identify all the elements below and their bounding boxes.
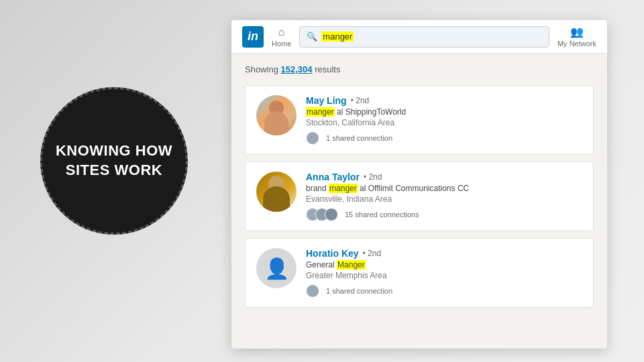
avatar-face [268, 176, 284, 192]
person-location: Stockton, California Area [306, 118, 582, 127]
linkedin-panel: in ⌂ Home 🔍 manger 👥 My Network Showing … [231, 20, 607, 349]
person-location: Evansville, Indiana Area [306, 194, 582, 204]
network-icon: 👥 [570, 25, 584, 38]
shared-count: 1 shared connection [326, 287, 392, 295]
connection-degree: • 2nd [351, 96, 370, 105]
name-line: Anna Taylor • 2nd [306, 172, 582, 182]
title-highlight: manger [329, 184, 358, 193]
avatar-horatio-key: 👤 [256, 248, 297, 288]
search-text: manger [321, 32, 354, 42]
nav-network[interactable]: 👥 My Network [557, 25, 596, 48]
shared-avatars [306, 131, 315, 145]
title-highlight: Manger [337, 260, 366, 269]
results-number: 152,304 [281, 64, 313, 74]
title-pre: brand [306, 184, 329, 193]
result-info-horatio-key: Horatio Key • 2nd General Manger Greater… [306, 248, 582, 298]
shared-connections: 15 shared connections [306, 208, 582, 221]
circle-label: KNOWING HOW SITES WORK [40, 87, 188, 235]
results-count: Showing 152,304 results [245, 64, 594, 74]
person-name[interactable]: Horatio Key [306, 248, 359, 259]
person-title: brand manger al Offlimit Communications … [306, 184, 582, 193]
result-card-horatio-key: 👤 Horatio Key • 2nd General Manger Great… [245, 238, 594, 308]
shared-avatar-1 [306, 131, 319, 145]
title-post: al ShippingToWorld [337, 107, 406, 117]
result-card-may-ling: May Ling • 2nd manger al ShippingToWorld… [245, 85, 594, 155]
avatar-face [269, 101, 284, 115]
network-label: My Network [557, 40, 596, 48]
avatar-anna-taylor [256, 172, 297, 212]
name-line: May Ling • 2nd [306, 95, 582, 106]
shared-count: 15 shared connections [345, 210, 419, 219]
shared-avatar-1 [306, 284, 319, 298]
shared-avatar-3 [325, 208, 338, 221]
result-info-anna-taylor: Anna Taylor • 2nd brand manger al Offlim… [306, 172, 582, 221]
avatar-may-ling [256, 95, 297, 135]
search-results-content: Showing 152,304 results May Ling • 2nd m… [231, 54, 607, 325]
person-location: Greater Memphis Area [306, 271, 582, 280]
linkedin-logo: in [242, 26, 264, 48]
shared-avatars [306, 284, 315, 298]
result-info-may-ling: May Ling • 2nd manger al ShippingToWorld… [306, 95, 582, 145]
title-highlight: manger [306, 107, 335, 117]
title-pre: General [306, 260, 337, 269]
shared-avatars [306, 208, 334, 221]
search-icon: 🔍 [307, 32, 317, 42]
person-name[interactable]: Anna Taylor [306, 172, 360, 182]
person-title: General Manger [306, 260, 582, 269]
circle-label-text: KNOWING HOW SITES WORK [56, 141, 172, 180]
linkedin-header: in ⌂ Home 🔍 manger 👥 My Network [231, 20, 607, 54]
person-silhouette-icon: 👤 [264, 257, 289, 280]
person-title: manger al ShippingToWorld [306, 107, 582, 117]
name-line: Horatio Key • 2nd [306, 248, 582, 259]
connection-degree: • 2nd [364, 172, 382, 182]
title-post: al Offlimit Communications CC [358, 184, 470, 193]
result-card-anna-taylor: Anna Taylor • 2nd brand manger al Offlim… [245, 162, 594, 231]
search-bar[interactable]: 🔍 manger [299, 26, 549, 48]
home-label: Home [272, 40, 291, 48]
connection-degree: • 2nd [363, 249, 382, 258]
shared-connections: 1 shared connection [306, 284, 582, 298]
results-label: results [315, 64, 340, 74]
shared-connections: 1 shared connection [306, 131, 582, 145]
shared-count: 1 shared connection [326, 134, 392, 142]
person-name[interactable]: May Ling [306, 95, 347, 106]
home-icon: ⌂ [278, 26, 285, 38]
nav-home[interactable]: ⌂ Home [272, 26, 291, 48]
showing-label: Showing [245, 64, 278, 74]
